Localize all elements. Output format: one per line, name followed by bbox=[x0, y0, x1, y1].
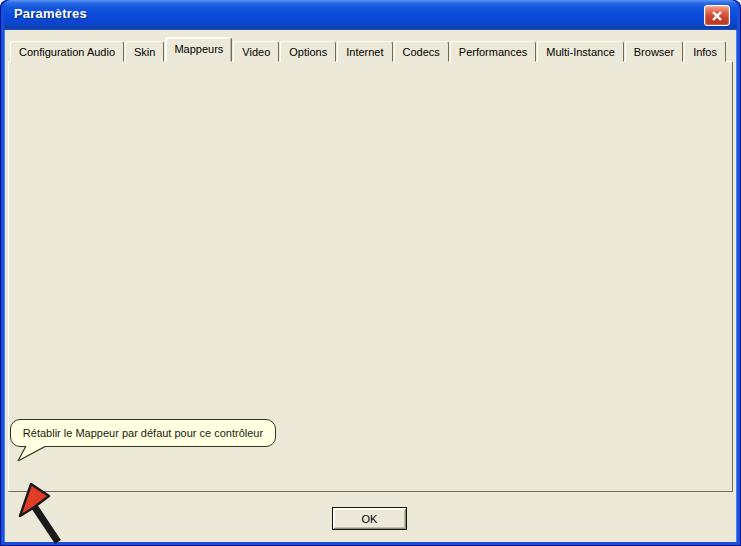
tooltip: Rétablir le Mappeur par défaut pour ce c… bbox=[10, 419, 276, 447]
tab-infos[interactable]: Infos bbox=[684, 41, 726, 62]
tab-options[interactable]: Options bbox=[280, 41, 336, 62]
title-bar[interactable]: Paramètres bbox=[4, 0, 737, 30]
tab-video[interactable]: Video bbox=[233, 41, 279, 62]
tab-internet[interactable]: Internet bbox=[337, 41, 392, 62]
tab-multi-instance[interactable]: Multi-Instance bbox=[537, 41, 623, 62]
tooltip-tail bbox=[16, 446, 50, 461]
tab-codecs[interactable]: Codecs bbox=[394, 41, 449, 62]
close-icon bbox=[711, 10, 723, 22]
close-button[interactable] bbox=[704, 5, 730, 26]
tab-mappeurs[interactable]: Mappeurs bbox=[165, 37, 232, 62]
tab-browser[interactable]: Browser bbox=[625, 41, 683, 62]
tab-skin[interactable]: Skin bbox=[125, 41, 164, 62]
tab-configuration-audio[interactable]: Configuration Audio bbox=[10, 41, 124, 62]
window-title: Paramètres bbox=[14, 6, 87, 21]
tab-bar: Configuration AudioSkinMappeursVideoOpti… bbox=[10, 40, 727, 62]
ok-button[interactable]: OK bbox=[332, 507, 407, 530]
tab-performances[interactable]: Performances bbox=[450, 41, 536, 62]
parametres-dialog: Paramètres Configuration AudioSkinMappeu… bbox=[0, 0, 741, 546]
ok-label: OK bbox=[362, 513, 378, 525]
tooltip-text: Rétablir le Mappeur par défaut pour ce c… bbox=[23, 427, 263, 439]
